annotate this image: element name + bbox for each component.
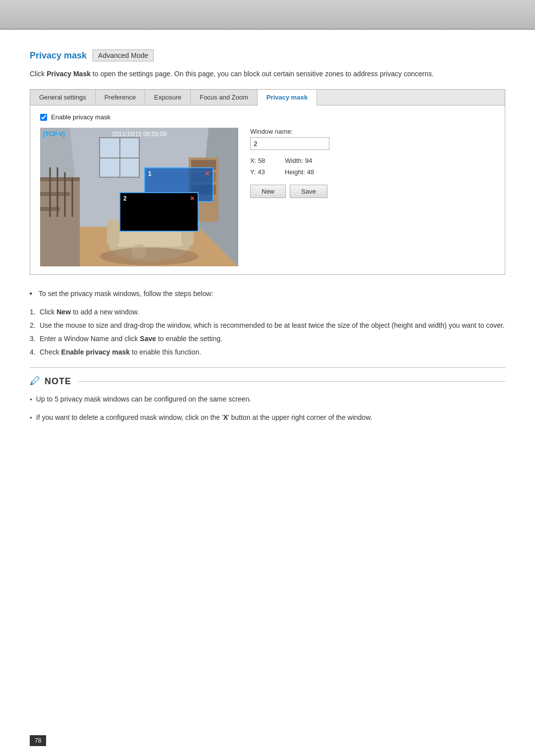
steps-list: Click New to add a new window. Use the m… (30, 307, 505, 357)
note-header: 🖊 NOTE (30, 375, 505, 388)
height-coord: Height: 48 (285, 168, 314, 176)
page-header: Privacy mask Advanced Mode (30, 50, 505, 61)
svg-marker-12 (40, 177, 80, 266)
tab-preference[interactable]: Preference (96, 90, 146, 105)
camera-section: (TCP-V) 2011/10/15 08:59:09 1 ✕ 2 ✕ (40, 128, 495, 266)
page-number: 78 (30, 735, 46, 746)
coords-row-1: X: 58 Width: 94 (250, 157, 495, 164)
description-text: Click Privacy Mask to open the settings … (30, 68, 505, 79)
camera-label: (TCP-V) (43, 131, 65, 138)
step-4: Check Enable privacy mask to enable this… (30, 347, 505, 357)
mask-1-label: 1 (148, 170, 152, 177)
settings-panel: General settings Preference Exposure Foc… (30, 89, 505, 275)
step-1: Click New to add a new window. (30, 307, 505, 317)
note-item-1: Up to 5 privacy mask windows can be conf… (30, 394, 505, 404)
svg-rect-7 (100, 157, 139, 158)
note-box: 🖊 NOTE Up to 5 privacy mask windows can … (30, 367, 505, 423)
tab-focus-and-zoom[interactable]: Focus and Zoom (191, 90, 258, 105)
tab-privacy-mask[interactable]: Privacy mask (258, 90, 317, 105)
window-name-input[interactable] (250, 137, 329, 150)
width-coord: Width: 94 (285, 157, 312, 164)
enable-privacy-mask-row: Enable privacy mask (40, 113, 495, 121)
panel-body: Enable privacy mask (30, 105, 505, 274)
y-coord: Y: 43 (250, 168, 265, 176)
note-title: NOTE (45, 376, 71, 387)
buttons-row: New Save (250, 185, 495, 198)
x-coord: X: 58 (250, 157, 265, 164)
mask-controls: Window name: X: 58 Width: 94 Y: 43 Heigh… (250, 128, 495, 198)
step-2: Use the mouse to size and drag-drop the … (30, 320, 505, 331)
enable-privacy-mask-checkbox[interactable] (40, 114, 47, 121)
page-content: Privacy mask Advanced Mode Click Privacy… (0, 30, 535, 756)
mask-2-label: 2 (123, 195, 127, 202)
window-name-label: Window name: (250, 128, 495, 135)
intro-item: To set the privacy mask windows, follow … (30, 289, 505, 299)
mask-window-2[interactable]: 2 ✕ (119, 192, 199, 232)
advanced-mode-badge: Advanced Mode (93, 50, 154, 61)
svg-point-24 (100, 248, 199, 265)
step-3: Enter a Window Name and click Save to en… (30, 334, 505, 344)
new-button[interactable]: New (250, 185, 286, 198)
mask-2-close-icon[interactable]: ✕ (190, 195, 195, 202)
note-divider (78, 381, 505, 382)
camera-feed: (TCP-V) 2011/10/15 08:59:09 1 ✕ 2 ✕ (40, 128, 238, 266)
camera-timestamp: 2011/10/15 08:59:09 (112, 131, 166, 138)
note-icon: 🖊 (30, 375, 41, 388)
coords-row-2: Y: 43 Height: 48 (250, 168, 495, 176)
tab-exposure[interactable]: Exposure (145, 90, 191, 105)
tab-general-settings[interactable]: General settings (30, 90, 96, 105)
svg-point-25 (132, 244, 147, 259)
note-item-2: If you want to delete a configured mask … (30, 412, 505, 423)
svg-rect-13 (40, 177, 80, 181)
top-bar (0, 0, 535, 30)
mask-1-close-icon[interactable]: ✕ (205, 170, 210, 177)
svg-rect-22 (107, 219, 119, 247)
page-title: Privacy mask (30, 50, 87, 61)
enable-privacy-mask-label: Enable privacy mask (51, 113, 110, 121)
intro-list: To set the privacy mask windows, follow … (30, 289, 505, 299)
save-button[interactable]: Save (290, 185, 327, 198)
tab-bar: General settings Preference Exposure Foc… (30, 90, 505, 105)
